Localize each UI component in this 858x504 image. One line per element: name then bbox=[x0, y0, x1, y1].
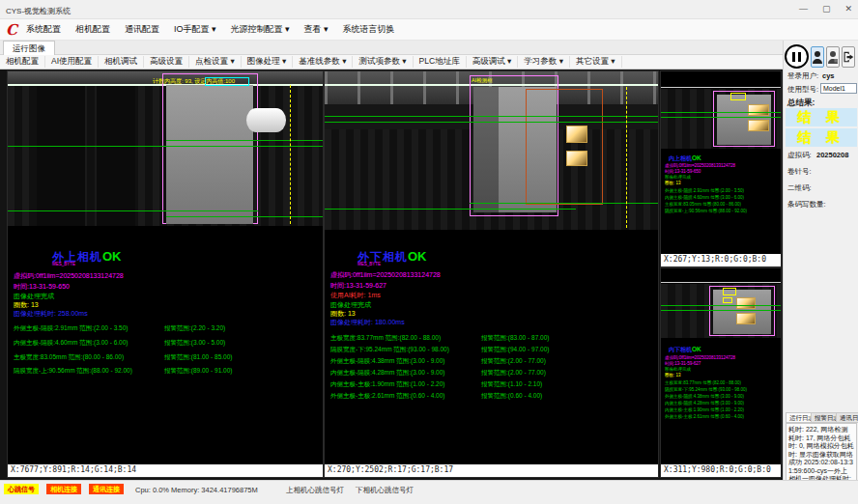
menu-item-language-switch[interactable]: 系统语言切换 bbox=[343, 23, 395, 36]
height-annotation: 计数内高度: 93, 设定内高值:100 bbox=[153, 77, 235, 86]
turns-line: 圈数: 13 bbox=[665, 181, 681, 186]
menu-item-system-config[interactable]: 系统配置 bbox=[26, 23, 61, 36]
title-bar: CYS-视觉检测系统 — ▢ ✕ bbox=[0, 0, 858, 19]
camera-name: 内上相机 bbox=[669, 155, 692, 161]
result-ok-text: OK bbox=[692, 346, 701, 352]
toolbar-item-plc-address[interactable]: PLC地址库 bbox=[414, 56, 467, 68]
camera-image-outer-upper[interactable]: 计数内高度: 93, 设定内高值:100 bbox=[8, 71, 323, 226]
tab-run-image[interactable]: 运行图像 bbox=[3, 41, 55, 55]
measurement-text: 内侧主极-主极:1.90mm 范围:(1.00 - 2.20) bbox=[665, 407, 744, 412]
measure-line-green bbox=[8, 146, 323, 147]
measurement-text: 外侧主极-隔膜:4.38mm 范围:(3.00 - 9.00) bbox=[665, 394, 744, 399]
maximize-icon[interactable]: ▢ bbox=[822, 4, 831, 14]
toolbar-item-spot-check[interactable]: 点检设置 ▾ bbox=[189, 56, 242, 68]
app-logo-icon: C bbox=[6, 21, 17, 39]
main-area: 计数内高度: 93, 设定内高值:100 外上相机OK MES_BYTE 虚拟码… bbox=[0, 70, 783, 480]
measurement-row: 内侧主极-主极:1.90mm 范围:(1.00 - 2.20)报警范围:(1.1… bbox=[330, 380, 652, 389]
needle-number-label: 卷针号: bbox=[787, 167, 812, 177]
toolbar-item-test-params[interactable]: 测试项参数 ▾ bbox=[353, 56, 413, 68]
bright-edge-line bbox=[661, 87, 781, 88]
user-icon bbox=[813, 50, 822, 64]
camera-panel-inner-upper: 内上相机OK 虚拟码:0ff1iim=20250208133124728 时间:… bbox=[661, 71, 781, 266]
toolbar: 相机配置 AI使用配置 相机调试 高级设置 点检设置 ▾ 图像处理 ▾ 基准线参… bbox=[0, 55, 783, 70]
measure-line-green bbox=[661, 305, 781, 306]
toolbar-item-advanced-settings[interactable]: 高级设置 bbox=[144, 56, 189, 68]
toolbar-item-advanced-debug[interactable]: 高级调试 ▾ bbox=[467, 56, 519, 68]
toolbar-item-learning-params[interactable]: 学习参数 ▾ bbox=[518, 56, 570, 68]
tab-foil-chip bbox=[566, 126, 587, 143]
toolbar-item-camera-debug[interactable]: 相机调试 bbox=[99, 56, 144, 68]
alarm-range-text: 报警范围:(2.00 - 77.00) bbox=[481, 369, 546, 378]
turns-line: 圈数: 13 bbox=[14, 300, 39, 309]
window-title: CYS-视觉检测系统 bbox=[6, 6, 71, 16]
model-label: 使用型号: bbox=[787, 85, 818, 95]
user-login-button[interactable] bbox=[811, 46, 824, 68]
menu-item-io-config[interactable]: IO手配置 ▾ bbox=[174, 23, 216, 36]
menu-item-light-config[interactable]: 光源控制配置 ▾ bbox=[230, 23, 289, 36]
result-box-upper: 结 果 bbox=[786, 108, 857, 126]
ai-detect-rect-orange bbox=[526, 89, 603, 205]
measurement-text: 内侧主极-隔膜:4.60mm 范围:(3.00 - 6.00) bbox=[665, 195, 744, 200]
barcode-write-count-label: 条码写数量: bbox=[787, 200, 826, 210]
menu-item-comm-config[interactable]: 通讯配置 bbox=[125, 23, 159, 36]
alarm-range-text: 报警范围:(0.60 - 4.00) bbox=[481, 392, 542, 401]
toolbar-item-baseline-params[interactable]: 基准线参数 ▾ bbox=[293, 56, 353, 68]
camera-image-inner-upper[interactable] bbox=[661, 89, 781, 149]
measurement-row: 外侧主极-隔膜:4.38mm 范围:(3.00 - 9.00)报警范围:(2.0… bbox=[330, 357, 652, 366]
electrode-block bbox=[713, 290, 771, 334]
camera-image-outer-lower[interactable]: AI检测框 bbox=[325, 71, 658, 230]
measure-line-green bbox=[166, 216, 323, 217]
toolbar-item-ai-usage-config[interactable]: AI使用配置 bbox=[45, 56, 99, 68]
tab-comm-log[interactable]: 通讯日志 bbox=[836, 412, 858, 423]
toolbar-item-camera-config[interactable]: 相机配置 bbox=[0, 56, 45, 68]
tab-foil-chip bbox=[736, 297, 756, 309]
qr-code-label: 二维码: bbox=[787, 183, 812, 193]
alarm-range-text: 报警范围:(89.00 - 91.00) bbox=[164, 367, 232, 376]
measurement-text: 内侧主极-隔膜:4.60mm 范围:(3.00 - 6.00) bbox=[14, 339, 128, 346]
time-line: 时间:13-31-59-650 bbox=[14, 282, 70, 291]
roller-shape bbox=[246, 108, 286, 132]
measurement-row: 内侧主极-隔膜:4.60mm 范围:(3.00 - 6.00)报警范围:(3.0… bbox=[14, 339, 317, 348]
exit-button[interactable] bbox=[842, 46, 855, 68]
virtual-code-line: 虚拟码:0ff1iim=20250208133124728 bbox=[665, 163, 735, 169]
operator-button[interactable] bbox=[826, 46, 840, 68]
minimize-icon[interactable]: — bbox=[799, 4, 808, 14]
pixel-coordinate-strip: X:267;Y:13;R:0;G:0;B:0 bbox=[661, 254, 781, 266]
toolbar-item-image-processing[interactable]: 图像处理 ▾ bbox=[242, 56, 294, 68]
alarm-range-text: 报警范围:(2.00 - 77.00) bbox=[481, 357, 546, 366]
menu-item-camera-config[interactable]: 相机配置 bbox=[75, 23, 110, 36]
roi-rect-yellow bbox=[730, 93, 746, 100]
processing-done-line: 图像处理完成 bbox=[665, 367, 691, 373]
pause-button[interactable] bbox=[785, 44, 809, 69]
virtual-code-line: 虚拟码:0ff1iim=20250208133124728 bbox=[14, 271, 124, 280]
camera-panel-inner-lower: 内下相机OK 虚拟码:0ff1iim=20250208133124728 时间:… bbox=[661, 268, 781, 477]
bright-edge-line bbox=[661, 282, 781, 283]
ai-detect-annotation: AI检测框 bbox=[472, 77, 493, 84]
menu-item-view[interactable]: 查看 ▾ bbox=[304, 23, 329, 36]
log-output[interactable]: 耗时: 222, 网络检测耗时: 17, 网络分包耗时: 0, 网络模拟分包耗时… bbox=[786, 423, 857, 483]
roi-rect-yellow bbox=[723, 297, 732, 303]
heartbeat-status-badge: 心跳信号 bbox=[4, 484, 39, 494]
electrode-block bbox=[166, 85, 253, 224]
result-ok-text: OK bbox=[408, 249, 427, 264]
measurement-text: 主极宽度:83.77mm 范围:(82.00 - 88.00) bbox=[330, 334, 441, 341]
cpu-memory-readout: Cpu: 0.0% Memory: 3424.41796875M bbox=[135, 486, 258, 494]
result-box-lower: 结 果 bbox=[786, 128, 857, 147]
ai-elapsed-line: 使用AI耗时: 1ms bbox=[330, 291, 381, 299]
block-shadow bbox=[473, 87, 499, 212]
alarm-range-text: 报警范围:(1.10 - 2.10) bbox=[481, 380, 542, 389]
tab-foil-chip bbox=[566, 151, 587, 166]
camera-image-inner-lower[interactable] bbox=[661, 284, 781, 338]
turns-line: 圈数: 13 bbox=[665, 373, 681, 378]
close-icon[interactable]: ✕ bbox=[844, 4, 852, 14]
toolbar-item-other-settings[interactable]: 其它设置 ▾ bbox=[570, 56, 622, 68]
model-select[interactable]: Model1 bbox=[820, 83, 857, 94]
measurement-row: 隔膜宽度-下:95.24mm 范围:(93.00 - 98.00)报警范围:(9… bbox=[330, 346, 652, 354]
camera-name: 内下相机 bbox=[669, 347, 692, 352]
processing-done-line: 图像处理完成 bbox=[665, 175, 691, 181]
measurement-row: 主极宽度:83.05mm 范围:(80.00 - 86.00)报警范围:(81.… bbox=[14, 353, 317, 362]
right-sidebar: 登录用户: cys 使用型号: Model1 总结果: 结 果 结 果 虚拟码:… bbox=[783, 41, 858, 480]
measure-line-green bbox=[325, 116, 658, 117]
pause-icon bbox=[792, 52, 795, 62]
measure-line-green bbox=[661, 117, 781, 118]
